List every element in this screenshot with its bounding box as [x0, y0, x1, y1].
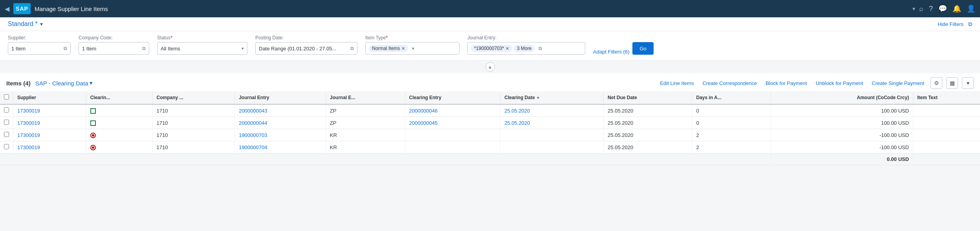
row4-journal-entry-link[interactable]: 1900000704 [239, 144, 267, 150]
col-supplier: Supplier [13, 91, 86, 104]
row4-supplier-link[interactable]: 17300019 [17, 144, 40, 150]
row4-checkbox[interactable] [4, 144, 9, 149]
chat-icon[interactable]: 💬 [938, 4, 947, 13]
footer-empty [0, 153, 771, 165]
col-item-text: Item Text [913, 91, 980, 104]
table-footer-row: 0.00 USD [0, 153, 980, 165]
unblock-for-payment-button[interactable]: Unblock for Payment [813, 79, 866, 88]
supplier-input[interactable]: 1 Item ⧉ [8, 42, 71, 55]
status-select[interactable]: All Items ▾ [157, 42, 247, 55]
help-icon[interactable]: ? [929, 5, 933, 13]
select-all-checkbox[interactable] [4, 94, 9, 100]
row3-checkbox-cell[interactable] [0, 129, 13, 141]
search-icon[interactable]: ⌕ [919, 5, 923, 13]
item-type-required: * [386, 35, 388, 41]
create-correspondence-button[interactable]: Create Correspondence [700, 79, 759, 88]
row4-company: 1710 [152, 141, 235, 153]
item-type-select[interactable]: Normal Items ✕ ▾ [365, 42, 460, 55]
grid-view-button[interactable]: ▦ [946, 77, 958, 89]
row2-journal-entry-link[interactable]: 2000000044 [239, 120, 267, 126]
settings-button[interactable]: ⚙ [931, 77, 942, 89]
row1-supplier-link[interactable]: 17300019 [17, 108, 40, 114]
view-title-group: Standard * ▾ [8, 20, 43, 28]
row2-company: 1710 [152, 117, 235, 129]
items-group-chevron-icon: ▾ [90, 79, 93, 87]
supplier-value: 1 Item [11, 46, 61, 52]
row1-checkbox[interactable] [4, 107, 9, 113]
row2-checkbox-cell[interactable] [0, 117, 13, 129]
row1-clearing-date: 25.05.2020 [500, 104, 604, 117]
item-type-filter-group: Item Type* Normal Items ✕ ▾ [365, 35, 460, 55]
row2-journal-entry: 2000000044 [235, 117, 326, 129]
col-clearing-date: Clearing Date ▼ [500, 91, 604, 104]
row2-amount: 100.00 USD [771, 117, 913, 129]
filter-toggle-button[interactable]: ▲ [485, 62, 495, 72]
items-group-label[interactable]: SAP - Clearing Data ▾ [35, 79, 93, 87]
status-chevron-icon: ▾ [242, 46, 244, 51]
journal-entry-copy-icon[interactable]: ⧉ [539, 46, 542, 51]
select-all-header[interactable] [0, 91, 13, 104]
view-title-chevron-icon[interactable]: ▾ [40, 21, 43, 27]
items-header: Items (4) SAP - Clearing Data ▾ Edit Lin… [0, 73, 980, 91]
adapt-go-group: Adapt Filters (6) Go [593, 42, 654, 55]
col-amount: Amount (CoCode Crcy) [771, 91, 913, 104]
row3-journal-entry-link[interactable]: 1900000703 [239, 132, 267, 138]
row2-clearing-entry-link[interactable]: 2000000045 [409, 120, 438, 126]
block-for-payment-button[interactable]: Block for Payment [763, 79, 810, 88]
row3-checkbox[interactable] [4, 132, 9, 137]
go-button[interactable]: Go [632, 42, 653, 55]
row1-clearing-entry-link[interactable]: 2000000046 [409, 108, 438, 114]
table-row: 17300019 1710 1900000704 KR 25.05.2020 2… [0, 141, 980, 153]
back-button[interactable]: ◀ [5, 5, 9, 13]
posting-date-input[interactable]: Date Range (01.01.2020 - 27.05... ⧉ [255, 42, 357, 55]
row1-clearing-date-link[interactable]: 25.05.2020 [504, 108, 530, 114]
grid-icon: ▦ [950, 80, 955, 86]
row3-amount: -100.00 USD [771, 129, 913, 141]
table-row: 17300019 1710 2000000043 ZP 2000000046 2… [0, 104, 980, 117]
create-single-payment-button[interactable]: Create Single Payment [869, 79, 927, 88]
edit-line-items-button[interactable]: Edit Line Items [658, 79, 696, 88]
posting-date-filter-group: Posting Date: Date Range (01.01.2020 - 2… [255, 35, 357, 55]
user-icon[interactable]: 👤 [967, 4, 975, 13]
hide-filters-button[interactable]: Hide Filters [938, 21, 964, 27]
row4-checkbox-cell[interactable] [0, 141, 13, 153]
supplier-filter-group: Supplier: 1 Item ⧉ [8, 35, 71, 55]
posting-date-value: Date Range (01.01.2020 - 27.05... [259, 46, 348, 52]
toolbar-right: Hide Filters ⧉ [938, 21, 972, 28]
row3-clearing-red-icon [90, 133, 96, 138]
company-code-input[interactable]: 1 Item ⧉ [79, 42, 149, 55]
row4-journal-e: KR [326, 141, 405, 153]
item-type-tag-close-icon[interactable]: ✕ [401, 46, 405, 51]
row2-checkbox[interactable] [4, 120, 9, 125]
supplier-copy-icon[interactable]: ⧉ [64, 46, 67, 51]
col-clearing-entry: Clearing Entry [405, 91, 500, 104]
dropdown-icon[interactable]: ▾ [912, 6, 915, 12]
row1-journal-entry-link[interactable]: 2000000043 [239, 108, 267, 114]
row3-clearing-date [500, 129, 604, 141]
items-table: Supplier Clearin... Company ... Journal … [0, 91, 980, 165]
journal-entry-input[interactable]: *1900000703* ✕ 3 More ⧉ [467, 42, 585, 55]
posting-date-copy-icon[interactable]: ⧉ [350, 46, 354, 51]
row2-clearing-green-icon [90, 120, 96, 126]
row2-clearing-date-link[interactable]: 25.05.2020 [504, 120, 530, 126]
supplier-label: Supplier: [8, 35, 71, 41]
item-type-tag: Normal Items ✕ [369, 45, 408, 52]
row1-checkbox-cell[interactable] [0, 104, 13, 117]
dropdown-more-button[interactable]: ▾ [962, 77, 974, 89]
row4-days-in-a: 2 [692, 141, 771, 153]
journal-entry-tag1-close-icon[interactable]: ✕ [506, 46, 509, 51]
row3-days-in-a: 2 [692, 129, 771, 141]
bell-icon[interactable]: 🔔 [953, 4, 961, 13]
header-icons: ⌕ ? 💬 🔔 👤 [919, 4, 975, 13]
view-title-text: Standard * [8, 20, 38, 28]
row2-journal-e: ZP [326, 117, 405, 129]
row3-supplier-link[interactable]: 17300019 [17, 132, 40, 138]
row1-amount: 100.00 USD [771, 104, 913, 117]
footer-item-text [913, 153, 980, 165]
company-code-copy-icon[interactable]: ⧉ [142, 46, 146, 51]
row2-supplier: 17300019 [13, 117, 86, 129]
col-journal-entry: Journal Entry [235, 91, 326, 104]
external-link-icon[interactable]: ⧉ [968, 21, 972, 28]
row2-supplier-link[interactable]: 17300019 [17, 120, 40, 126]
adapt-filters-button[interactable]: Adapt Filters (6) [593, 49, 629, 55]
